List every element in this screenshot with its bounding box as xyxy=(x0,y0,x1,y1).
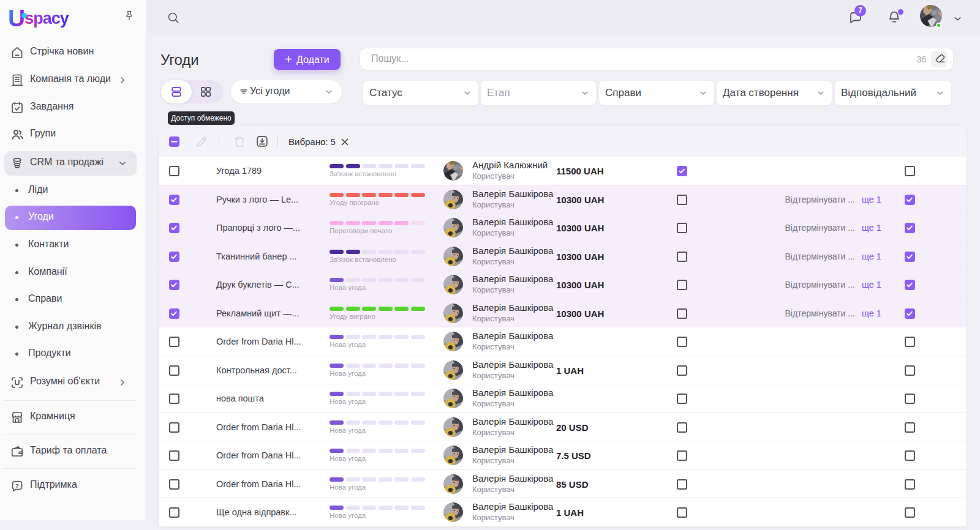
svg-text:?: ? xyxy=(15,482,19,489)
